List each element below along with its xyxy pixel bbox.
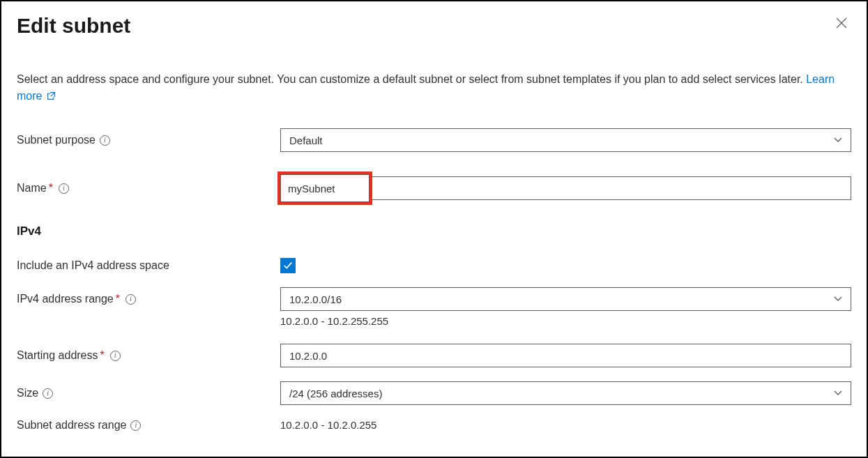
chevron-down-icon bbox=[834, 389, 842, 397]
intro-text: Select an address space and configure yo… bbox=[17, 71, 851, 105]
checkmark-icon bbox=[283, 261, 293, 270]
info-icon[interactable]: i bbox=[125, 294, 136, 305]
ipv4-section-heading: IPv4 bbox=[17, 224, 851, 238]
info-icon[interactable]: i bbox=[59, 183, 69, 194]
starting-address-label: Starting address* i bbox=[17, 349, 280, 362]
name-label: Name* i bbox=[17, 182, 280, 194]
close-button[interactable] bbox=[832, 14, 851, 33]
ipv4-range-helper: 10.2.0.0 - 10.2.255.255 bbox=[280, 315, 851, 327]
required-marker: * bbox=[116, 293, 120, 305]
ipv4-range-label: IPv4 address range* i bbox=[17, 293, 280, 305]
name-highlight: mySubnet bbox=[277, 171, 372, 205]
subnet-address-range-value: 10.2.0.0 - 10.2.0.255 bbox=[280, 419, 376, 431]
starting-address-input[interactable]: 10.2.0.0 bbox=[280, 344, 851, 367]
intro-copy: Select an address space and configure yo… bbox=[17, 73, 806, 85]
info-icon[interactable]: i bbox=[130, 420, 141, 431]
starting-address-value: 10.2.0.0 bbox=[289, 350, 327, 362]
chevron-down-icon bbox=[834, 295, 842, 303]
subnet-purpose-select[interactable]: Default bbox=[280, 128, 851, 152]
required-marker: * bbox=[100, 349, 105, 362]
name-input[interactable]: mySubnet bbox=[280, 174, 370, 202]
info-icon[interactable]: i bbox=[100, 135, 110, 146]
subnet-purpose-value: Default bbox=[289, 135, 323, 146]
include-ipv4-checkbox[interactable] bbox=[280, 258, 296, 273]
info-icon[interactable]: i bbox=[110, 351, 121, 361]
size-label: Size i bbox=[17, 387, 280, 399]
size-select[interactable]: /24 (256 addresses) bbox=[280, 381, 851, 405]
include-ipv4-label: Include an IPv4 address space bbox=[17, 259, 280, 272]
name-value: mySubnet bbox=[288, 183, 335, 194]
ipv4-range-value: 10.2.0.0/16 bbox=[289, 293, 342, 305]
required-marker: * bbox=[49, 182, 53, 194]
page-title: Edit subnet bbox=[17, 14, 130, 38]
size-value: /24 (256 addresses) bbox=[289, 388, 382, 399]
chevron-down-icon bbox=[834, 136, 842, 144]
name-input-extension[interactable] bbox=[372, 176, 851, 200]
ipv4-range-select[interactable]: 10.2.0.0/16 bbox=[280, 287, 851, 311]
subnet-purpose-label: Subnet purpose i bbox=[17, 134, 280, 146]
external-link-icon bbox=[47, 91, 56, 100]
info-icon[interactable]: i bbox=[43, 388, 53, 399]
close-icon bbox=[836, 17, 847, 29]
subnet-address-range-label: Subnet address range i bbox=[17, 419, 280, 432]
